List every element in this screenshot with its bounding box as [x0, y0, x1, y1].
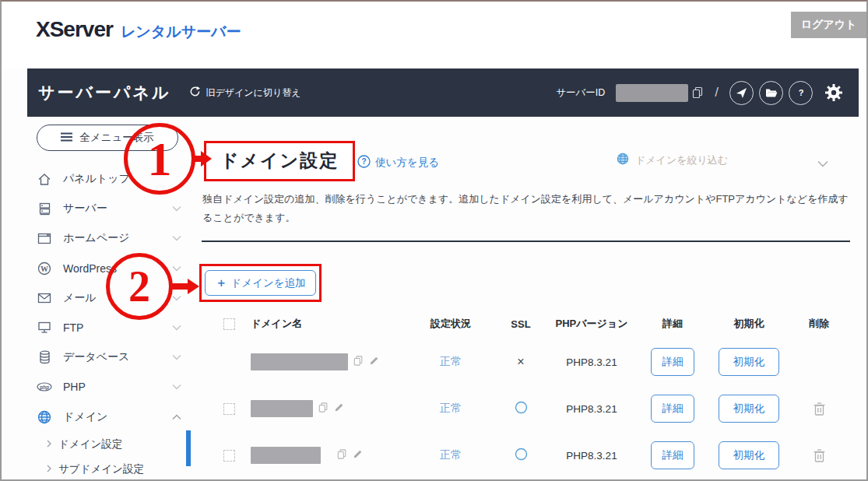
ftp-icon [37, 321, 52, 334]
copy-icon[interactable] [353, 355, 364, 370]
detail-button[interactable]: 詳細 [651, 441, 694, 469]
server-panel-navbar: サーバーパネル 旧デザインに切り替え サーバーID / ? [27, 68, 859, 117]
column-header-init: 初期化 [734, 317, 764, 331]
section-divider [202, 240, 850, 242]
chevron-right-icon [47, 438, 51, 450]
row-checkbox[interactable] [223, 403, 235, 415]
server-id-redacted [616, 84, 688, 102]
annotation-arrow-2 [170, 277, 199, 299]
sidebar-subitem-domain-settings[interactable]: ドメイン設定 [37, 432, 192, 457]
domain-name-cell [241, 447, 408, 464]
detail-button[interactable]: 詳細 [651, 348, 694, 376]
top-header: XServer レンタルサーバー ログアウト [2, 2, 866, 68]
chevron-down-icon [172, 265, 181, 272]
ssl-cross-mark: × [517, 355, 524, 369]
row-checkbox[interactable] [223, 450, 235, 462]
send-icon[interactable] [729, 81, 754, 105]
init-button[interactable]: 初期化 [719, 348, 779, 376]
add-domain-button[interactable]: ＋ ドメインを追加 [205, 270, 316, 296]
refresh-icon [189, 86, 201, 100]
sidebar-menu: パネルトップ サーバー ホームページ [37, 164, 192, 481]
folder-icon[interactable] [759, 81, 783, 105]
init-button[interactable]: 初期化 [719, 395, 779, 423]
table-row: 正常 × PHP8.3.21 詳細 初期化 [202, 339, 850, 385]
table-header-row: ドメイン名 設定状況 SSL PHPバージョン 詳細 初期化 削除 [202, 309, 850, 339]
sidebar-item-server[interactable]: サーバー [37, 194, 192, 223]
column-header-php: PHPバージョン [556, 317, 628, 331]
title-highlight-box: ドメイン設定 [204, 141, 355, 181]
sidebar-item-php[interactable]: php PHP [37, 372, 192, 402]
database-icon [37, 350, 52, 364]
sidebar-item-label: パネルトップ [63, 172, 130, 186]
select-all-checkbox[interactable] [223, 318, 235, 330]
sidebar-item-ftp[interactable]: FTP [37, 313, 192, 342]
sidebar-item-database[interactable]: データベース [37, 342, 192, 372]
title-row: ドメイン設定 ? 使い方を見る ドメインを絞り込む [202, 134, 850, 184]
domain-name-redacted [251, 400, 313, 417]
copy-icon[interactable] [692, 86, 704, 99]
pencil-icon[interactable] [369, 355, 380, 369]
php-icon: php [37, 382, 52, 391]
copy-icon[interactable] [318, 402, 329, 416]
annotation-arrow-1 [192, 149, 212, 171]
svg-text:?: ? [361, 157, 366, 166]
usage-help-link[interactable]: ? 使い方を見る [357, 155, 439, 170]
column-header-ssl: SSL [511, 318, 530, 330]
table-row: 正常 PHP8.3.21 詳細 初期化 [202, 385, 850, 432]
xserver-server-panel: XServer レンタルサーバー ログアウト サーバーパネル 旧デザインに切り替… [0, 0, 868, 481]
logo-wordmark: XServer [36, 17, 113, 42]
gear-icon[interactable] [824, 83, 843, 102]
hamburger-icon [61, 132, 72, 144]
globe-icon [37, 410, 52, 424]
plus-icon: ＋ [215, 276, 227, 290]
page-description: 独自ドメイン設定の追加、削除を行うことができます。追加したドメイン設定を利用して… [202, 190, 853, 227]
switch-old-design-label: 旧デザインに切り替え [206, 86, 300, 100]
home-icon [37, 173, 52, 186]
status-badge: 正常 [440, 355, 462, 369]
trash-icon[interactable] [813, 402, 826, 416]
sidebar-item-label: サーバー [63, 202, 107, 216]
add-domain-label: ドメインを追加 [230, 276, 305, 290]
chevron-down-icon [172, 205, 181, 212]
column-header-delete: 削除 [809, 317, 829, 331]
usage-help-label: 使い方を見る [375, 156, 439, 170]
main-content: ドメイン設定 ? 使い方を見る ドメインを絞り込む 独自ドメイン設定の追加、削除… [202, 134, 850, 184]
sidebar-item-homepage[interactable]: ホームページ [37, 223, 192, 253]
trash-icon[interactable] [813, 448, 826, 463]
logout-button[interactable]: ログアウト [791, 12, 866, 38]
domain-filter[interactable]: ドメインを絞り込む [617, 153, 728, 167]
sidebar-item-label: データベース [63, 350, 129, 364]
server-id-label: サーバーID [556, 86, 605, 100]
detail-button[interactable]: 詳細 [651, 395, 694, 423]
sidebar-item-domain[interactable]: ドメイン [37, 402, 192, 432]
wordpress-icon: W [37, 262, 52, 276]
sidebar-item-label: ドメイン [63, 410, 107, 424]
copy-icon[interactable] [337, 448, 347, 463]
homepage-icon [37, 233, 52, 244]
ssl-circle-mark [515, 401, 528, 417]
sidebar-item-label: ホームページ [63, 231, 129, 245]
init-button[interactable]: 初期化 [719, 441, 779, 469]
status-badge: 正常 [440, 448, 462, 462]
add-button-highlight-box: ＋ ドメインを追加 [199, 264, 322, 302]
sidebar-subitem-subdomain-settings[interactable]: サブドメイン設定 [37, 457, 192, 481]
pencil-icon[interactable] [334, 402, 345, 416]
question-icon: ? [357, 155, 371, 170]
help-circle-icon[interactable]: ? [789, 81, 813, 105]
php-version: PHP8.3.21 [566, 356, 617, 368]
php-version: PHP8.3.21 [566, 450, 617, 462]
switch-old-design-link[interactable]: 旧デザインに切り替え [189, 86, 300, 100]
page-title: ドメイン設定 [220, 150, 339, 170]
chevron-down-icon[interactable] [817, 156, 828, 170]
table-row: 正常 PHP8.3.21 詳細 初期化 [202, 432, 850, 479]
svg-text:?: ? [798, 88, 803, 97]
pencil-icon[interactable] [353, 448, 364, 462]
panel-title: サーバーパネル [38, 82, 170, 104]
sidebar-item-label: FTP [63, 321, 83, 334]
status-badge: 正常 [440, 402, 462, 416]
domain-filter-label: ドメインを絞り込む [635, 153, 728, 167]
chevron-down-icon [172, 384, 181, 390]
globe-icon [617, 153, 629, 167]
column-header-status: 設定状況 [430, 317, 471, 331]
mail-icon [37, 293, 52, 304]
